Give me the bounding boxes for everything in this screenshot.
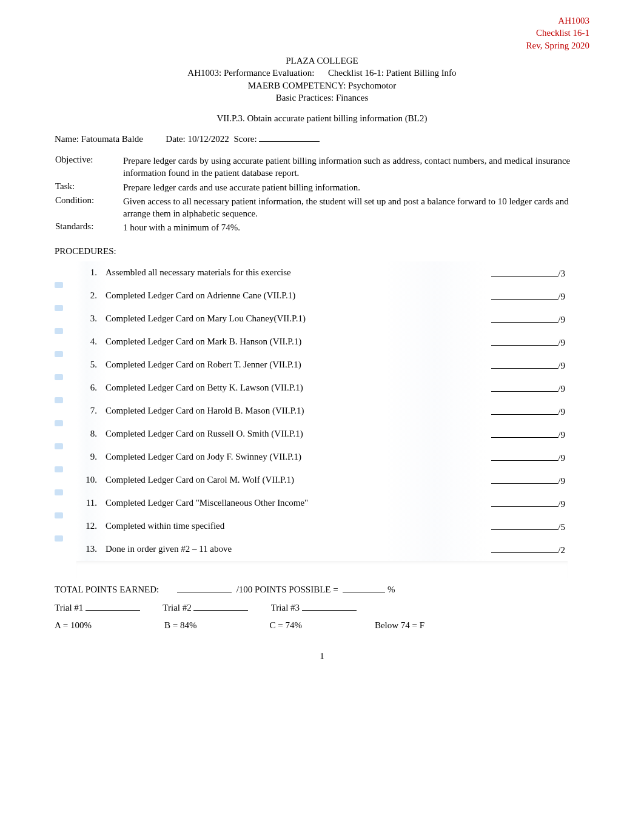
procedure-number: 8. <box>76 429 106 439</box>
school-name: PLAZA COLLEGE <box>55 55 589 67</box>
condition-label: Condition: <box>55 195 122 221</box>
procedure-max: /9 <box>558 338 565 347</box>
procedure-score[interactable]: /9 <box>462 474 589 486</box>
course-line-prefix: AH1003: Performance Evaluation: <box>187 68 314 78</box>
procedure-text: Completed Ledger Card on Harold B. Mason… <box>106 406 462 416</box>
header-checklist: Checklist 16-1 <box>526 27 589 39</box>
procedure-score[interactable]: /9 <box>462 451 589 463</box>
definitions-table: Objective: Prepare ledger cards by using… <box>55 154 589 235</box>
procedure-max: /9 <box>558 476 565 486</box>
procedure-score[interactable]: /9 <box>462 336 589 348</box>
standards-label: Standards: <box>55 221 122 235</box>
procedure-number: 12. <box>76 521 106 531</box>
procedure-text: Completed Ledger Card on Betty K. Lawson… <box>106 383 462 393</box>
trial3-label: Trial #3 <box>271 603 300 612</box>
procedure-max: /2 <box>558 545 565 555</box>
procedure-score[interactable]: /9 <box>462 428 589 440</box>
trial2-blank[interactable] <box>193 601 248 611</box>
procedure-row: 3. Completed Ledger Card on Mary Lou Cha… <box>76 307 589 330</box>
trial1-label: Trial #1 <box>55 603 83 612</box>
procedure-score[interactable]: /5 <box>462 520 589 532</box>
procedure-score[interactable]: /9 <box>462 382 589 394</box>
grade-a: A = 100% <box>55 620 92 631</box>
procedure-number: 4. <box>76 337 106 347</box>
procedure-row: 2. Completed Ledger Card on Adrienne Can… <box>76 284 589 307</box>
procedure-row: 4. Completed Ledger Card on Mark B. Hans… <box>76 330 589 354</box>
objective-text: Prepare ledger cards by using accurate p… <box>122 154 589 181</box>
procedure-max: /9 <box>558 292 565 301</box>
procedure-number: 9. <box>76 452 106 462</box>
procedure-number: 6. <box>76 383 106 393</box>
trial2-label: Trial #2 <box>163 603 191 612</box>
procedure-number: 11. <box>76 498 106 508</box>
procedure-text: Done in order given #2 – 11 above <box>106 544 462 554</box>
title-block: PLAZA COLLEGE AH1003: Performance Evalua… <box>55 55 589 104</box>
procedure-score[interactable]: /3 <box>462 267 589 279</box>
totals-earned-line: TOTAL POINTS EARNED: /100 POINTS POSSIBL… <box>55 583 589 595</box>
procedure-row: 1. Assembled all necessary materials for… <box>76 261 589 284</box>
totals-percent-label: % <box>387 585 395 594</box>
procedure-score[interactable]: /9 <box>462 290 589 302</box>
score-label: Score: <box>233 134 257 144</box>
trials-line: Trial #1 Trial #2 Trial #3 <box>55 601 589 613</box>
name-label: Name: <box>55 134 79 144</box>
procedure-text: Completed Ledger Card on Mark B. Hanson … <box>106 337 462 347</box>
procedure-number: 1. <box>76 267 106 278</box>
totals-possible-label: /100 POINTS POSSIBLE = <box>236 585 338 594</box>
procedure-number: 13. <box>76 544 106 554</box>
procedure-row: 9. Completed Ledger Card on Jody F. Swin… <box>76 446 589 469</box>
procedure-score[interactable]: /9 <box>462 359 589 371</box>
panel-shadow <box>76 561 568 578</box>
objective-label: Objective: <box>55 154 122 181</box>
header-rev: Rev, Spring 2020 <box>526 39 589 52</box>
date-value: 10/12/2022 <box>188 134 229 144</box>
trial1-blank[interactable] <box>86 601 140 611</box>
totals-earned-blank[interactable] <box>177 583 232 592</box>
procedure-text: Completed Ledger Card on Robert T. Jenne… <box>106 360 462 370</box>
grades-line: A = 100% B = 84% C = 74% Below 74 = F <box>55 620 589 631</box>
course-line: AH1003: Performance Evaluation: Checklis… <box>55 67 589 79</box>
procedure-score[interactable]: /9 <box>462 405 589 417</box>
procedure-max: /9 <box>558 361 565 371</box>
procedure-score[interactable]: /9 <box>462 497 589 509</box>
date-label: Date: <box>166 134 185 144</box>
procedure-text: Completed Ledger Card "Miscellaneous Oth… <box>106 498 462 508</box>
procedures-heading: PROCEDURES: <box>55 246 589 257</box>
totals-earned-label: TOTAL POINTS EARNED: <box>55 585 159 594</box>
procedures-list: 1. Assembled all necessary materials for… <box>76 261 589 561</box>
basic-line: Basic Practices: Finances <box>55 92 589 104</box>
procedure-text: Completed within time specified <box>106 521 462 531</box>
procedure-text: Completed Ledger Card on Russell O. Smit… <box>106 429 462 439</box>
procedure-max: /9 <box>558 430 565 440</box>
procedure-max: /3 <box>558 269 565 278</box>
procedure-score[interactable]: /2 <box>462 543 589 555</box>
procedure-number: 3. <box>76 314 106 324</box>
condition-text: Given access to all necessary patient in… <box>122 195 589 221</box>
procedure-text: Completed Ledger Card on Jody F. Swinney… <box>106 452 462 462</box>
task-label: Task: <box>55 181 122 195</box>
standards-text: 1 hour with a minimum of 74%. <box>122 221 589 235</box>
grade-b: B = 84% <box>164 620 196 631</box>
procedure-row: 7. Completed Ledger Card on Harold B. Ma… <box>76 400 589 423</box>
procedure-text: Completed Ledger Card on Adrienne Cane (… <box>106 290 462 301</box>
procedure-row: 11. Completed Ledger Card "Miscellaneous… <box>76 492 589 515</box>
maerb-line: MAERB COMPETENCY: Psychomotor <box>55 79 589 92</box>
procedure-row: 5. Completed Ledger Card on Robert T. Je… <box>76 354 589 377</box>
objective-code: VII.P.3. Obtain accurate patient billing… <box>55 113 589 124</box>
totals-block: TOTAL POINTS EARNED: /100 POINTS POSSIBL… <box>55 583 589 631</box>
procedure-row: 10. Completed Ledger Card on Carol M. Wo… <box>76 469 589 492</box>
procedure-text: Assembled all necessary materials for th… <box>106 267 462 278</box>
task-text: Prepare ledger cards and use accurate pa… <box>122 181 589 195</box>
procedure-number: 10. <box>76 475 106 485</box>
score-blank[interactable] <box>259 132 320 142</box>
header-code: AH1003 <box>526 15 589 27</box>
page-number: 1 <box>55 651 589 662</box>
totals-percent-blank[interactable] <box>343 583 385 592</box>
procedure-max: /9 <box>558 315 565 324</box>
trial3-blank[interactable] <box>302 601 357 611</box>
procedure-max: /9 <box>558 499 565 509</box>
procedure-row: 8. Completed Ledger Card on Russell O. S… <box>76 423 589 446</box>
procedure-max: /5 <box>558 522 565 532</box>
procedure-score[interactable]: /9 <box>462 313 589 325</box>
procedure-row: 6. Completed Ledger Card on Betty K. Law… <box>76 377 589 400</box>
